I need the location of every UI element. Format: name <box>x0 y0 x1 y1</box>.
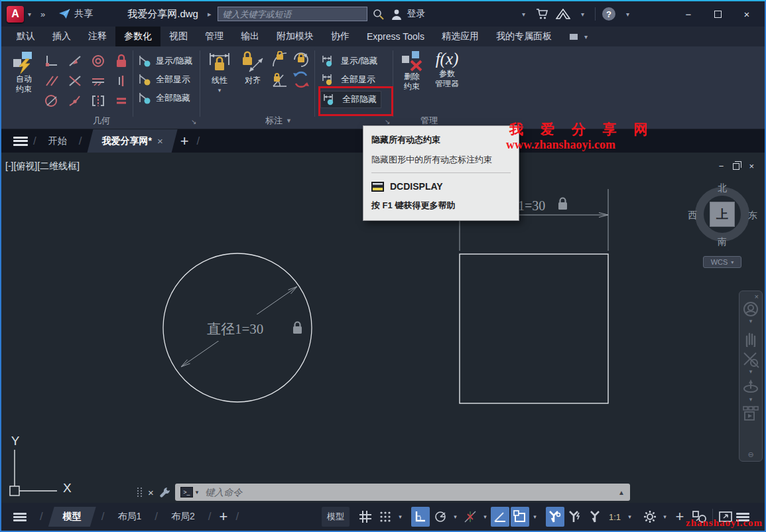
annotation-scale-icon[interactable] <box>586 507 604 527</box>
linear-caret-icon[interactable]: ▾ <box>218 86 222 96</box>
tab-parametric[interactable]: 参数化 <box>115 27 160 46</box>
command-close-icon[interactable]: × <box>148 487 154 498</box>
viewport-view-control[interactable]: [俯视] <box>13 161 37 172</box>
layout-tab-layout2[interactable]: 布局2 <box>163 507 203 527</box>
dim-show-all-button[interactable]: 全部显示 <box>321 73 375 86</box>
tab-manage[interactable]: 管理 <box>196 27 232 46</box>
viewcube-east[interactable]: 东 <box>748 210 757 222</box>
ribbon-display-toggle[interactable]: ▾ <box>570 27 592 46</box>
command-input-bar[interactable]: >_ ▾ ▲ <box>175 484 630 501</box>
square-entity[interactable] <box>460 254 608 403</box>
polar-caret-icon[interactable]: ▾ <box>451 513 460 520</box>
geometric-show-all-button[interactable]: 全部显示 <box>137 73 190 86</box>
ucs-icon[interactable]: Y X <box>10 434 72 496</box>
geometric-hide-all-button[interactable]: 全部隐藏 <box>137 92 190 105</box>
command-prompt-icon[interactable]: >_ <box>180 487 193 498</box>
collinear-constraint-icon[interactable] <box>66 73 84 89</box>
auto-constrain-button[interactable]: 自动 约束 <box>8 50 40 94</box>
tangent-constraint-icon[interactable] <box>66 53 84 69</box>
snap-caret-icon[interactable]: ▾ <box>396 513 405 520</box>
navwheel-caret-icon[interactable]: ▾ <box>749 318 753 324</box>
scale-caret-icon[interactable]: ▾ <box>625 513 634 520</box>
viewcube-top-face[interactable]: 上 <box>710 202 735 227</box>
circle-dimension-text[interactable]: 直径1=30 <box>207 321 263 337</box>
model-space-button[interactable]: 模型 <box>322 507 350 527</box>
file-tab-menu-icon[interactable] <box>13 137 28 146</box>
zoom-caret-icon[interactable]: ▾ <box>749 368 753 375</box>
viewcube-west[interactable]: 西 <box>688 210 697 222</box>
angular-dimconstraint-icon[interactable] <box>271 72 289 88</box>
horizontal-constraint-icon[interactable] <box>89 73 107 89</box>
minimize-button[interactable]: − <box>677 9 700 20</box>
new-layout-button[interactable]: + <box>220 508 228 525</box>
help-search-box[interactable] <box>218 7 367 21</box>
zoom-extents-icon[interactable] <box>742 351 759 368</box>
layout-menu-icon[interactable] <box>13 513 27 521</box>
tab-collaborate[interactable]: 协作 <box>322 27 358 46</box>
fixed-constraint-icon[interactable] <box>112 53 131 69</box>
radius-dimconstraint-icon[interactable] <box>271 52 289 68</box>
viewport-visual-style-control[interactable]: [二维线框] <box>37 161 80 172</box>
help-icon[interactable]: ? <box>602 7 615 21</box>
geometric-panel-expander-icon[interactable]: ↘ <box>191 118 196 125</box>
coincident-constraint-icon[interactable] <box>66 93 84 109</box>
osnap-caret-icon[interactable]: ▾ <box>531 513 539 520</box>
object-snap-toggle[interactable] <box>511 507 529 527</box>
tab-output[interactable]: 输出 <box>232 27 268 46</box>
close-button[interactable]: × <box>735 9 758 20</box>
navbar-close-icon[interactable]: × <box>755 293 759 300</box>
new-drawing-tab-button[interactable]: + <box>180 133 189 150</box>
file-tab-close-icon[interactable]: × <box>157 135 163 147</box>
geometric-show-hide-button[interactable]: 显示/隐藏 <box>137 54 193 68</box>
command-history-caret-icon[interactable]: ▲ <box>618 489 625 496</box>
app-store-cart-icon[interactable] <box>536 8 549 20</box>
smooth-constraint-icon[interactable] <box>42 93 61 109</box>
command-input[interactable] <box>205 487 618 498</box>
polar-tracking-toggle[interactable] <box>431 507 450 527</box>
concentric-constraint-icon[interactable] <box>89 53 107 69</box>
object-snap-tracking-toggle[interactable] <box>461 507 479 527</box>
equal-constraint-icon[interactable] <box>112 93 131 109</box>
drawing-minimize-button[interactable]: − <box>719 161 724 171</box>
annotation-autoscale-toggle[interactable] <box>566 507 584 527</box>
tab-addins[interactable]: 附加模块 <box>268 27 322 46</box>
share-button[interactable]: 共享 <box>74 8 93 20</box>
dimensional-panel-label[interactable]: 标注▼ <box>265 115 292 127</box>
symmetric-constraint-icon[interactable] <box>89 93 107 109</box>
file-tab-start[interactable]: 开始 <box>42 129 74 153</box>
search-icon[interactable] <box>373 9 384 20</box>
login-button[interactable]: 登录 <box>407 8 425 20</box>
command-grip-handle[interactable] <box>137 488 143 497</box>
viewport-minimize-control[interactable]: [-] <box>5 161 13 172</box>
command-customize-wrench-icon[interactable] <box>159 486 171 498</box>
quick-access-expand-icon[interactable]: » <box>40 9 44 19</box>
workspace-gear-icon[interactable] <box>641 507 659 527</box>
file-tab-drawing[interactable]: 我爱分享网* × <box>87 129 177 153</box>
login-caret-icon[interactable]: ▾ <box>522 11 525 18</box>
annotation-scale-value[interactable]: 1:1 <box>606 507 624 527</box>
wcs-dropdown[interactable]: WCS▾ <box>703 256 741 268</box>
vertical-constraint-icon[interactable] <box>112 73 131 89</box>
tab-insert[interactable]: 插入 <box>44 27 80 46</box>
autodesk-logo-icon[interactable] <box>556 9 570 19</box>
viewcube-south[interactable]: 南 <box>718 236 727 248</box>
pan-hand-icon[interactable] <box>743 330 759 347</box>
layout-tab-model[interactable]: 模型 <box>48 507 96 527</box>
tab-my-panel[interactable]: 我的专属面板 <box>487 27 560 46</box>
diameter-dimconstraint-icon[interactable] <box>292 52 310 68</box>
aligned-dimconstraint-button[interactable]: 对齐 <box>237 50 268 86</box>
drawing-restore-button[interactable] <box>733 163 739 170</box>
search-input[interactable] <box>222 9 363 19</box>
isodraft-toggle[interactable] <box>491 507 509 527</box>
tab-view[interactable]: 视图 <box>160 27 196 46</box>
command-recent-caret-icon[interactable]: ▾ <box>196 489 199 496</box>
delete-constraints-button[interactable]: 删除 约束 <box>397 50 427 92</box>
ortho-mode-toggle[interactable] <box>411 507 430 527</box>
otrack-caret-icon[interactable]: ▾ <box>481 513 489 520</box>
layout-tab-layout1[interactable]: 布局1 <box>109 507 149 527</box>
showmotion-icon[interactable] <box>742 405 759 421</box>
perpendicular-constraint-icon[interactable] <box>42 53 61 69</box>
dimensional-panel-expander-icon[interactable]: ↘ <box>385 118 390 125</box>
orbit-caret-icon[interactable]: ▾ <box>749 396 753 403</box>
drawing-close-button[interactable]: × <box>749 161 754 171</box>
